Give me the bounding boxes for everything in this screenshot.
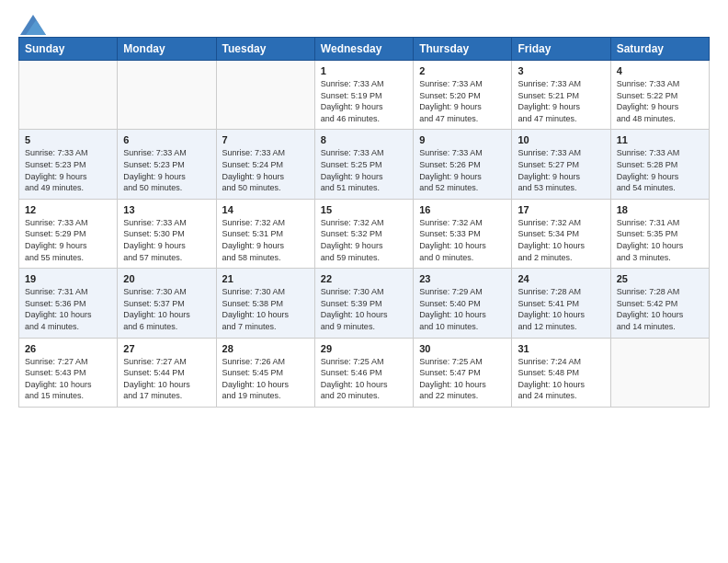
calendar-cell: 7Sunrise: 7:33 AM Sunset: 5:24 PM Daylig… — [216, 130, 314, 199]
calendar-cell: 13Sunrise: 7:33 AM Sunset: 5:30 PM Dayli… — [118, 199, 216, 268]
day-number: 25 — [617, 273, 703, 284]
calendar-cell: 1Sunrise: 7:33 AM Sunset: 5:19 PM Daylig… — [314, 61, 413, 130]
day-info: Sunrise: 7:32 AM Sunset: 5:33 PM Dayligh… — [419, 217, 506, 263]
day-number: 19 — [25, 273, 111, 284]
calendar-cell: 11Sunrise: 7:33 AM Sunset: 5:28 PM Dayli… — [610, 130, 709, 199]
day-number: 31 — [518, 343, 604, 354]
week-row-3: 12Sunrise: 7:33 AM Sunset: 5:29 PM Dayli… — [19, 199, 710, 268]
calendar-cell: 20Sunrise: 7:30 AM Sunset: 5:37 PM Dayli… — [118, 269, 216, 338]
day-number: 3 — [518, 65, 604, 76]
day-info: Sunrise: 7:33 AM Sunset: 5:19 PM Dayligh… — [321, 78, 407, 124]
day-number: 26 — [25, 343, 111, 354]
day-number: 2 — [419, 65, 506, 76]
day-info: Sunrise: 7:33 AM Sunset: 5:20 PM Dayligh… — [419, 78, 506, 124]
calendar-cell: 24Sunrise: 7:28 AM Sunset: 5:41 PM Dayli… — [512, 269, 610, 338]
weekday-header-monday: Monday — [118, 38, 216, 61]
calendar-cell — [610, 338, 709, 407]
calendar-cell: 28Sunrise: 7:26 AM Sunset: 5:45 PM Dayli… — [216, 338, 314, 407]
calendar-cell: 21Sunrise: 7:30 AM Sunset: 5:38 PM Dayli… — [216, 269, 314, 338]
day-info: Sunrise: 7:33 AM Sunset: 5:26 PM Dayligh… — [419, 147, 506, 193]
day-info: Sunrise: 7:30 AM Sunset: 5:39 PM Dayligh… — [321, 286, 407, 332]
calendar-cell: 31Sunrise: 7:24 AM Sunset: 5:48 PM Dayli… — [512, 338, 610, 407]
calendar-cell: 30Sunrise: 7:25 AM Sunset: 5:47 PM Dayli… — [414, 338, 512, 407]
logo — [18, 15, 46, 31]
day-info: Sunrise: 7:25 AM Sunset: 5:47 PM Dayligh… — [419, 356, 506, 402]
day-number: 8 — [321, 134, 407, 145]
weekday-header-thursday: Thursday — [414, 38, 512, 61]
calendar-cell: 3Sunrise: 7:33 AM Sunset: 5:21 PM Daylig… — [512, 61, 610, 130]
calendar-table: SundayMondayTuesdayWednesdayThursdayFrid… — [18, 37, 710, 408]
day-number: 28 — [222, 343, 309, 354]
calendar-cell: 12Sunrise: 7:33 AM Sunset: 5:29 PM Dayli… — [19, 199, 118, 268]
calendar-cell: 22Sunrise: 7:30 AM Sunset: 5:39 PM Dayli… — [314, 269, 413, 338]
day-number: 30 — [419, 343, 506, 354]
day-info: Sunrise: 7:24 AM Sunset: 5:48 PM Dayligh… — [518, 356, 604, 402]
day-number: 4 — [617, 65, 703, 76]
calendar-cell: 27Sunrise: 7:27 AM Sunset: 5:44 PM Dayli… — [118, 338, 216, 407]
day-info: Sunrise: 7:33 AM Sunset: 5:23 PM Dayligh… — [25, 147, 111, 193]
calendar-cell: 10Sunrise: 7:33 AM Sunset: 5:27 PM Dayli… — [512, 130, 610, 199]
calendar-cell: 15Sunrise: 7:32 AM Sunset: 5:32 PM Dayli… — [314, 199, 413, 268]
calendar-cell: 16Sunrise: 7:32 AM Sunset: 5:33 PM Dayli… — [414, 199, 512, 268]
day-info: Sunrise: 7:27 AM Sunset: 5:44 PM Dayligh… — [123, 356, 210, 402]
day-info: Sunrise: 7:33 AM Sunset: 5:23 PM Dayligh… — [123, 147, 210, 193]
calendar-cell: 9Sunrise: 7:33 AM Sunset: 5:26 PM Daylig… — [414, 130, 512, 199]
day-number: 5 — [25, 134, 111, 145]
day-info: Sunrise: 7:30 AM Sunset: 5:38 PM Dayligh… — [222, 286, 309, 332]
day-info: Sunrise: 7:26 AM Sunset: 5:45 PM Dayligh… — [222, 356, 309, 402]
day-number: 23 — [419, 273, 506, 284]
day-info: Sunrise: 7:33 AM Sunset: 5:22 PM Dayligh… — [617, 78, 703, 124]
day-number: 13 — [123, 204, 210, 215]
day-number: 14 — [222, 204, 309, 215]
day-number: 18 — [617, 204, 703, 215]
day-info: Sunrise: 7:33 AM Sunset: 5:29 PM Dayligh… — [25, 217, 111, 263]
calendar-cell — [216, 61, 314, 130]
weekday-header-row: SundayMondayTuesdayWednesdayThursdayFrid… — [19, 38, 710, 61]
day-info: Sunrise: 7:25 AM Sunset: 5:46 PM Dayligh… — [321, 356, 407, 402]
day-info: Sunrise: 7:32 AM Sunset: 5:34 PM Dayligh… — [518, 217, 604, 263]
day-info: Sunrise: 7:31 AM Sunset: 5:35 PM Dayligh… — [617, 217, 703, 263]
day-info: Sunrise: 7:33 AM Sunset: 5:30 PM Dayligh… — [123, 217, 210, 263]
day-info: Sunrise: 7:28 AM Sunset: 5:42 PM Dayligh… — [617, 286, 703, 332]
day-number: 27 — [123, 343, 210, 354]
day-info: Sunrise: 7:33 AM Sunset: 5:25 PM Dayligh… — [321, 147, 407, 193]
day-number: 22 — [321, 273, 407, 284]
day-number: 6 — [123, 134, 210, 145]
day-number: 9 — [419, 134, 506, 145]
calendar-cell: 2Sunrise: 7:33 AM Sunset: 5:20 PM Daylig… — [414, 61, 512, 130]
day-number: 16 — [419, 204, 506, 215]
week-row-4: 19Sunrise: 7:31 AM Sunset: 5:36 PM Dayli… — [19, 269, 710, 338]
day-info: Sunrise: 7:31 AM Sunset: 5:36 PM Dayligh… — [25, 286, 111, 332]
calendar-cell: 14Sunrise: 7:32 AM Sunset: 5:31 PM Dayli… — [216, 199, 314, 268]
day-number: 11 — [617, 134, 703, 145]
day-number: 24 — [518, 273, 604, 284]
day-number: 20 — [123, 273, 210, 284]
weekday-header-tuesday: Tuesday — [216, 38, 314, 61]
day-info: Sunrise: 7:33 AM Sunset: 5:28 PM Dayligh… — [617, 147, 703, 193]
week-row-1: 1Sunrise: 7:33 AM Sunset: 5:19 PM Daylig… — [19, 61, 710, 130]
day-info: Sunrise: 7:28 AM Sunset: 5:41 PM Dayligh… — [518, 286, 604, 332]
weekday-header-sunday: Sunday — [19, 38, 118, 61]
day-info: Sunrise: 7:33 AM Sunset: 5:21 PM Dayligh… — [518, 78, 604, 124]
day-info: Sunrise: 7:33 AM Sunset: 5:24 PM Dayligh… — [222, 147, 309, 193]
calendar-cell: 6Sunrise: 7:33 AM Sunset: 5:23 PM Daylig… — [118, 130, 216, 199]
day-number: 15 — [321, 204, 407, 215]
day-info: Sunrise: 7:30 AM Sunset: 5:37 PM Dayligh… — [123, 286, 210, 332]
calendar-cell: 23Sunrise: 7:29 AM Sunset: 5:40 PM Dayli… — [414, 269, 512, 338]
day-number: 7 — [222, 134, 309, 145]
calendar-cell: 25Sunrise: 7:28 AM Sunset: 5:42 PM Dayli… — [610, 269, 709, 338]
week-row-5: 26Sunrise: 7:27 AM Sunset: 5:43 PM Dayli… — [19, 338, 710, 407]
week-row-2: 5Sunrise: 7:33 AM Sunset: 5:23 PM Daylig… — [19, 130, 710, 199]
calendar-cell: 29Sunrise: 7:25 AM Sunset: 5:46 PM Dayli… — [314, 338, 413, 407]
day-number: 1 — [321, 65, 407, 76]
calendar-cell: 17Sunrise: 7:32 AM Sunset: 5:34 PM Dayli… — [512, 199, 610, 268]
weekday-header-friday: Friday — [512, 38, 610, 61]
day-number: 21 — [222, 273, 309, 284]
calendar-cell: 8Sunrise: 7:33 AM Sunset: 5:25 PM Daylig… — [314, 130, 413, 199]
weekday-header-saturday: Saturday — [610, 38, 709, 61]
day-info: Sunrise: 7:32 AM Sunset: 5:32 PM Dayligh… — [321, 217, 407, 263]
day-number: 12 — [25, 204, 111, 215]
logo-icon — [20, 15, 46, 35]
calendar-cell — [19, 61, 118, 130]
calendar-cell: 4Sunrise: 7:33 AM Sunset: 5:22 PM Daylig… — [610, 61, 709, 130]
